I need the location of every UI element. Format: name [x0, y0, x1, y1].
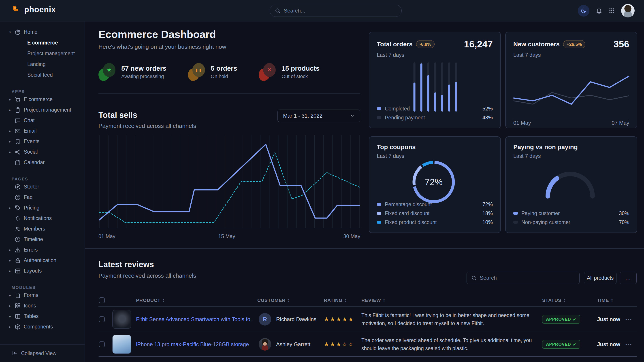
- customer-avatar[interactable]: [259, 338, 271, 351]
- pie-chart-icon: [14, 29, 21, 35]
- total-sells-subtitle: Payment received across all channels: [98, 122, 196, 129]
- sidebar-subitem-landing[interactable]: Landing: [0, 59, 84, 69]
- sidebar-item-label: Social: [24, 149, 38, 155]
- apps-grid-button[interactable]: [609, 7, 615, 14]
- stat-label: Out of stock: [282, 73, 320, 79]
- sidebar-item-forms[interactable]: ▸Forms: [0, 290, 84, 301]
- brand[interactable]: phoenix: [12, 5, 56, 14]
- select-all-checkbox[interactable]: [99, 297, 105, 303]
- sidebar-item-layouts[interactable]: ▸Layouts: [0, 266, 84, 276]
- product-thumbnail[interactable]: [112, 310, 131, 329]
- row-actions-button[interactable]: •••: [626, 316, 632, 322]
- sidebar-item-label: Authentication: [24, 257, 56, 263]
- column-header-time[interactable]: TIME▲▼: [597, 293, 613, 307]
- sidebar-item-label: Timeline: [24, 236, 43, 242]
- search-icon: [275, 8, 280, 14]
- sidebar-item-label: Members: [24, 226, 45, 232]
- sidebar-item-authentication[interactable]: ▸Authentication: [0, 255, 84, 266]
- sidebar-item-components[interactable]: ▸Components: [0, 322, 84, 332]
- column-header-rating[interactable]: RATING▲▼: [324, 293, 347, 307]
- sidebar-item-label: Home: [24, 29, 37, 35]
- product-thumbnail[interactable]: [112, 335, 131, 354]
- hero-stat-0: ★57 new ordersAwating processing: [98, 63, 166, 81]
- sidebar-item-project-management[interactable]: ▸Project management: [0, 105, 84, 115]
- select-row-checkbox[interactable]: [99, 342, 105, 347]
- message-square-icon: [14, 117, 21, 124]
- all-products-button[interactable]: All products: [584, 272, 616, 284]
- sidebar-item-social[interactable]: ▸Social: [0, 147, 84, 157]
- new-customers-card: New customers +26.5% 356 Last 7 days 01 …: [505, 32, 637, 128]
- sort-icon: ▲▼: [383, 298, 386, 302]
- customer-avatar[interactable]: R: [259, 313, 271, 326]
- column-header-review[interactable]: REVIEW▲▼: [362, 293, 385, 307]
- sidebar-subitem-e-commerce[interactable]: E commerce: [0, 37, 84, 48]
- legend-swatch: [513, 212, 518, 215]
- customer-name: Ashley Garrett: [276, 341, 310, 348]
- sidebar-item-home[interactable]: ▾Home: [0, 27, 84, 37]
- table-body: Fitbit Sense Advanced Smartwatch with To…: [98, 307, 637, 362]
- orders-legend: Completed52%Pending payment48%: [377, 104, 493, 122]
- sidebar-item-notifications[interactable]: Notifications: [0, 213, 84, 224]
- legend-row: Non-paying customer70%: [513, 218, 629, 227]
- top-coupons-card: Top coupons Last 7 days 72% Percentage d…: [369, 136, 501, 233]
- collapse-view-button[interactable]: Collapsed View: [0, 344, 84, 362]
- global-search[interactable]: [270, 5, 402, 17]
- select-row-checkbox[interactable]: [99, 316, 105, 322]
- review-text: The order was delivered ahead of schedul…: [362, 336, 536, 353]
- row-actions-button[interactable]: •••: [626, 342, 632, 347]
- reviews-search-input[interactable]: [480, 275, 575, 281]
- caret-right-icon: ▸: [8, 108, 12, 112]
- table-more-button[interactable]: ...: [620, 272, 636, 284]
- column-header-product[interactable]: PRODUCT▲▼: [136, 293, 165, 307]
- moon-icon: [581, 8, 586, 14]
- customer-name: Richard Dawkins: [276, 316, 316, 323]
- column-header-customer[interactable]: CUSTOMER▲▼: [257, 293, 290, 307]
- user-avatar[interactable]: [621, 4, 634, 17]
- sidebar-item-label: Forms: [24, 292, 38, 298]
- stat-value: 5 orders: [211, 65, 237, 72]
- users-icon: [14, 226, 21, 232]
- date-range-select[interactable]: Mar 1 - 31, 2022: [278, 110, 360, 122]
- caret-right-icon: ▸: [8, 248, 12, 252]
- column-header-status[interactable]: STATUS▲▼: [542, 293, 566, 307]
- hero-stats: ★57 new ordersAwating processing❚❚5 orde…: [98, 63, 320, 81]
- sidebar-subitem-social-feed[interactable]: Social feed: [0, 69, 84, 80]
- nine-dots-grid-icon: [609, 7, 615, 14]
- product-link[interactable]: Fitbit Sense Advanced Smartwatch with To…: [136, 316, 252, 323]
- sidebar-item-label: Layouts: [24, 268, 42, 274]
- legend-swatch: [377, 212, 381, 215]
- rating-stars: ★★★★★: [324, 316, 354, 323]
- sidebar-item-calendar[interactable]: Calendar: [0, 157, 84, 168]
- sidebar-item-tables[interactable]: ▸Tables: [0, 311, 84, 322]
- sidebar-item-errors[interactable]: ▸Errors: [0, 245, 84, 255]
- search-input[interactable]: [284, 7, 396, 14]
- reviews-title: Latest reviews: [98, 260, 154, 269]
- sidebar-item-starter[interactable]: Starter: [0, 182, 84, 192]
- donut-center-label: 72%: [409, 157, 458, 207]
- sidebar-item-faq[interactable]: Faq: [0, 192, 84, 203]
- sidebar-item-e-commerce[interactable]: ▸E commerce: [0, 94, 84, 105]
- sidebar-item-pricing[interactable]: ▸Pricing: [0, 203, 84, 213]
- sidebar-item-icons[interactable]: ▸Icons: [0, 301, 84, 311]
- sidebar-item-events[interactable]: ▸Events: [0, 136, 84, 147]
- sidebar-subitem-project-management[interactable]: Project management: [0, 48, 84, 59]
- legend-swatch: [377, 203, 381, 206]
- product-link[interactable]: iPhone 13 pro max-Pacific Blue-128GB sto…: [136, 341, 249, 348]
- sidebar-item-chat[interactable]: Chat: [0, 115, 84, 126]
- bell-icon: [596, 7, 602, 14]
- top-navbar: phoenix: [0, 0, 644, 21]
- legend-value: 72%: [482, 201, 493, 208]
- sidebar-item-email[interactable]: ▸Email: [0, 126, 84, 136]
- notifications-button[interactable]: [596, 7, 602, 14]
- paying-card: Paying vs non paying Last 7 days Paying …: [505, 136, 637, 233]
- sidebar-item-timeline[interactable]: Timeline: [0, 234, 84, 245]
- horizontal-scrollbar[interactable]: [98, 357, 637, 357]
- reviews-search[interactable]: [466, 272, 580, 284]
- theme-toggle-button[interactable]: [578, 5, 590, 16]
- status-badge: APPROVED✓: [542, 340, 580, 349]
- coupons-legend: Percentage discount72%Fixed card discoun…: [377, 200, 493, 227]
- main-content: Ecommerce Dashboard Here's what's going …: [85, 21, 644, 362]
- sidebar-item-members[interactable]: Members: [0, 224, 84, 234]
- sidebar-item-label: Project management: [24, 107, 71, 113]
- legend-value: 18%: [482, 210, 493, 216]
